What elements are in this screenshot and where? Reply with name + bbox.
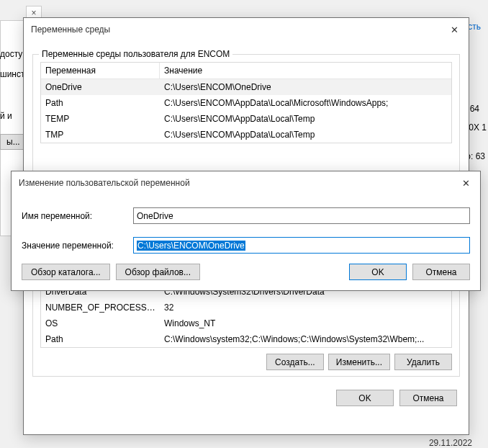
dialog-title: Изменение пользовательской переменной	[19, 178, 190, 188]
cell-var-name: OneDrive	[41, 81, 160, 94]
cell-var-value: C:\Users\ENCOM\AppData\Local\Microsoft\W…	[160, 97, 451, 109]
table-row[interactable]: TMPC:\Users\ENCOM\AppData\Local\Temp	[41, 127, 451, 143]
cell-var-name: TMP	[41, 128, 160, 141]
user-vars-legend: Переменные среды пользователя для ENCOM	[39, 49, 232, 59]
browse-directory-button[interactable]: Обзор каталога...	[22, 264, 110, 280]
col-header-value[interactable]: Значение	[160, 63, 451, 79]
edit-button[interactable]: Изменить...	[328, 354, 390, 370]
new-button[interactable]: Создать...	[266, 354, 324, 370]
user-vars-group: Переменные среды пользователя для ENCOM …	[32, 54, 460, 172]
table-row[interactable]: PathC:\Windows\system32;C:\Windows;C:\Wi…	[41, 331, 451, 347]
var-value-selected-text: C:\Users\ENCOM\OneDrive	[137, 241, 245, 251]
close-icon[interactable]: ✕	[458, 176, 473, 190]
browse-files-button[interactable]: Обзор файлов...	[116, 264, 200, 280]
cell-var-value: 32	[160, 301, 451, 314]
bg-install-date: 29.11.2022	[429, 438, 472, 448]
cancel-button[interactable]: Отмена	[412, 264, 470, 280]
delete-button[interactable]: Удалить	[394, 354, 452, 370]
cell-var-value: C:\Users\ENCOM\AppData\Local\Temp	[160, 128, 451, 141]
col-header-name[interactable]: Переменная	[41, 63, 160, 79]
table-row[interactable]: NUMBER_OF_PROCESSORS32	[41, 300, 451, 315]
edit-var-dialog: Изменение пользовательской переменной ✕ …	[11, 171, 481, 291]
var-value-input[interactable]: C:\Users\ENCOM\OneDrive	[133, 237, 470, 254]
cancel-button[interactable]: Отмена	[399, 390, 457, 406]
var-name-input[interactable]	[133, 207, 470, 224]
dialog-title: Переменные среды	[31, 24, 110, 35]
var-name-label: Имя переменной:	[22, 211, 133, 221]
cell-var-name: TEMP	[41, 112, 160, 125]
cell-var-name: Path	[41, 333, 160, 346]
ok-button[interactable]: OK	[349, 264, 407, 280]
user-vars-table[interactable]: Переменная Значение OneDriveC:\Users\ENC…	[40, 62, 452, 143]
titlebar: Изменение пользовательской переменной ✕	[12, 171, 480, 194]
table-row[interactable]: OneDriveC:\Users\ENCOM\OneDrive	[41, 79, 451, 95]
cell-var-value: Windows_NT	[160, 317, 451, 330]
var-value-label: Значение переменной:	[22, 241, 133, 251]
table-row[interactable]: TEMPC:\Users\ENCOM\AppData\Local\Temp	[41, 111, 451, 127]
table-row[interactable]: PathC:\Users\ENCOM\AppData\Local\Microso…	[41, 95, 451, 111]
cell-var-value: C:\Windows\system32;C:\Windows;C:\Window…	[160, 333, 451, 346]
table-row[interactable]: OSWindows_NT	[41, 315, 451, 331]
bg-side-label: й и	[0, 111, 12, 121]
cell-var-value: C:\Users\ENCOM\AppData\Local\Temp	[160, 112, 451, 125]
cell-var-name: OS	[41, 317, 160, 330]
cell-var-name: NUMBER_OF_PROCESSORS	[41, 301, 160, 314]
ok-button[interactable]: OK	[336, 390, 394, 406]
cell-var-name: Path	[41, 97, 160, 109]
cell-var-value: C:\Users\ENCOM\OneDrive	[160, 81, 451, 94]
bg-right-fragment: 64	[470, 104, 479, 114]
titlebar: Переменные среды ✕	[24, 18, 469, 41]
close-icon[interactable]: ✕	[447, 22, 461, 37]
